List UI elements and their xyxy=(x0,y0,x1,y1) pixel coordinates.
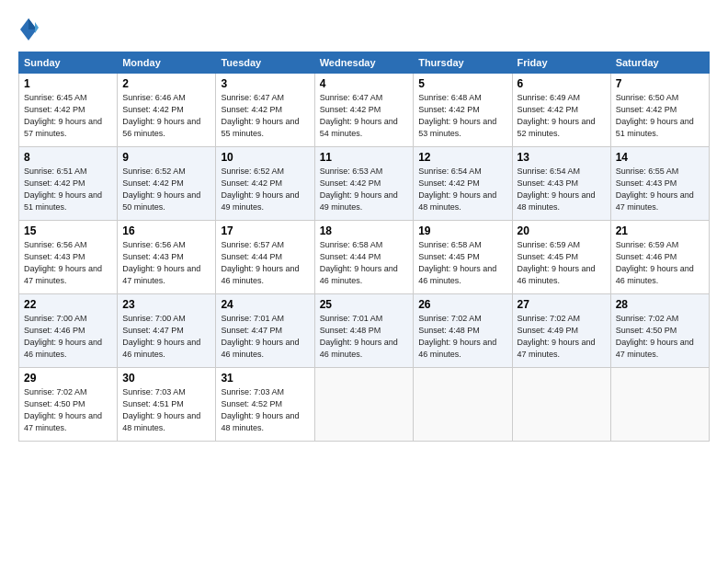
day-number: 2 xyxy=(122,77,210,90)
day-number: 30 xyxy=(122,372,210,385)
calendar-cell: 10 Sunrise: 6:52 AMSunset: 4:42 PMDaylig… xyxy=(216,147,314,221)
day-number: 13 xyxy=(518,151,606,164)
day-info: Sunrise: 6:59 AMSunset: 4:46 PMDaylight:… xyxy=(616,239,704,287)
day-info: Sunrise: 6:58 AMSunset: 4:44 PMDaylight:… xyxy=(320,239,409,287)
calendar-cell xyxy=(314,368,414,442)
day-info: Sunrise: 7:01 AMSunset: 4:47 PMDaylight:… xyxy=(221,313,309,361)
calendar-cell: 14 Sunrise: 6:55 AMSunset: 4:43 PMDaylig… xyxy=(610,147,709,221)
calendar-cell: 2 Sunrise: 6:46 AMSunset: 4:42 PMDayligh… xyxy=(118,74,216,147)
day-info: Sunrise: 6:54 AMSunset: 4:42 PMDaylight:… xyxy=(418,166,506,213)
day-number: 15 xyxy=(24,224,112,237)
day-info: Sunrise: 6:54 AMSunset: 4:43 PMDaylight:… xyxy=(518,166,606,213)
day-number: 29 xyxy=(24,372,112,385)
day-info: Sunrise: 6:59 AMSunset: 4:45 PMDaylight:… xyxy=(518,239,606,287)
day-number: 19 xyxy=(418,224,506,237)
calendar-cell: 21 Sunrise: 6:59 AMSunset: 4:46 PMDaylig… xyxy=(610,221,709,294)
svg-marker-2 xyxy=(35,22,39,33)
calendar-week-row: 15 Sunrise: 6:56 AMSunset: 4:43 PMDaylig… xyxy=(19,221,710,294)
calendar-cell: 31 Sunrise: 7:03 AMSunset: 4:52 PMDaylig… xyxy=(216,368,314,442)
day-info: Sunrise: 6:56 AMSunset: 4:43 PMDaylight:… xyxy=(24,239,112,287)
day-number: 21 xyxy=(616,224,704,237)
calendar-cell: 24 Sunrise: 7:01 AMSunset: 4:47 PMDaylig… xyxy=(216,294,314,368)
day-number: 3 xyxy=(221,77,309,90)
calendar-cell: 23 Sunrise: 7:00 AMSunset: 4:47 PMDaylig… xyxy=(118,294,216,368)
day-number: 17 xyxy=(221,224,309,237)
day-info: Sunrise: 6:45 AMSunset: 4:42 PMDaylight:… xyxy=(24,92,112,140)
day-info: Sunrise: 7:01 AMSunset: 4:48 PMDaylight:… xyxy=(320,313,409,361)
day-info: Sunrise: 7:03 AMSunset: 4:52 PMDaylight:… xyxy=(221,386,309,434)
day-number: 14 xyxy=(616,151,704,164)
logo-icon xyxy=(18,17,39,42)
calendar-cell: 22 Sunrise: 7:00 AMSunset: 4:46 PMDaylig… xyxy=(19,294,118,368)
calendar-cell: 18 Sunrise: 6:58 AMSunset: 4:44 PMDaylig… xyxy=(314,221,414,294)
weekday-header: Saturday xyxy=(610,52,709,74)
day-number: 10 xyxy=(221,151,309,164)
day-info: Sunrise: 6:55 AMSunset: 4:43 PMDaylight:… xyxy=(616,166,704,213)
page-header xyxy=(18,17,710,42)
day-info: Sunrise: 6:48 AMSunset: 4:42 PMDaylight:… xyxy=(418,92,506,140)
day-number: 20 xyxy=(518,224,606,237)
day-info: Sunrise: 6:47 AMSunset: 4:42 PMDaylight:… xyxy=(320,92,409,140)
calendar-cell: 29 Sunrise: 7:02 AMSunset: 4:50 PMDaylig… xyxy=(19,368,118,442)
day-info: Sunrise: 6:52 AMSunset: 4:42 PMDaylight:… xyxy=(122,166,210,213)
weekday-header: Thursday xyxy=(414,52,512,74)
day-info: Sunrise: 6:58 AMSunset: 4:45 PMDaylight:… xyxy=(418,239,506,287)
calendar-cell: 8 Sunrise: 6:51 AMSunset: 4:42 PMDayligh… xyxy=(19,147,118,221)
calendar-cell: 3 Sunrise: 6:47 AMSunset: 4:42 PMDayligh… xyxy=(216,74,314,147)
day-info: Sunrise: 7:02 AMSunset: 4:50 PMDaylight:… xyxy=(24,386,112,434)
weekday-header: Monday xyxy=(118,52,216,74)
day-number: 16 xyxy=(122,224,210,237)
day-number: 4 xyxy=(320,77,409,90)
day-info: Sunrise: 6:53 AMSunset: 4:42 PMDaylight:… xyxy=(320,166,409,213)
weekday-header: Sunday xyxy=(19,52,118,74)
calendar-cell: 16 Sunrise: 6:56 AMSunset: 4:43 PMDaylig… xyxy=(118,221,216,294)
day-info: Sunrise: 6:52 AMSunset: 4:42 PMDaylight:… xyxy=(221,166,309,213)
day-info: Sunrise: 6:57 AMSunset: 4:44 PMDaylight:… xyxy=(221,239,309,287)
day-number: 28 xyxy=(616,298,704,311)
day-info: Sunrise: 6:49 AMSunset: 4:42 PMDaylight:… xyxy=(518,92,606,140)
day-number: 23 xyxy=(122,298,210,311)
calendar-cell: 17 Sunrise: 6:57 AMSunset: 4:44 PMDaylig… xyxy=(216,221,314,294)
day-info: Sunrise: 6:47 AMSunset: 4:42 PMDaylight:… xyxy=(221,92,309,140)
calendar-cell: 27 Sunrise: 7:02 AMSunset: 4:49 PMDaylig… xyxy=(512,294,610,368)
day-number: 8 xyxy=(24,151,112,164)
day-number: 24 xyxy=(221,298,309,311)
day-number: 7 xyxy=(616,77,704,90)
day-number: 22 xyxy=(24,298,112,311)
calendar-cell: 7 Sunrise: 6:50 AMSunset: 4:42 PMDayligh… xyxy=(610,74,709,147)
calendar-cell xyxy=(610,368,709,442)
calendar-week-row: 22 Sunrise: 7:00 AMSunset: 4:46 PMDaylig… xyxy=(19,294,710,368)
day-info: Sunrise: 7:02 AMSunset: 4:50 PMDaylight:… xyxy=(616,313,704,361)
day-number: 9 xyxy=(122,151,210,164)
calendar-cell: 11 Sunrise: 6:53 AMSunset: 4:42 PMDaylig… xyxy=(314,147,414,221)
day-number: 6 xyxy=(518,77,606,90)
day-info: Sunrise: 7:02 AMSunset: 4:49 PMDaylight:… xyxy=(518,313,606,361)
day-info: Sunrise: 6:56 AMSunset: 4:43 PMDaylight:… xyxy=(122,239,210,287)
calendar-week-row: 29 Sunrise: 7:02 AMSunset: 4:50 PMDaylig… xyxy=(19,368,710,442)
day-number: 31 xyxy=(221,372,309,385)
calendar-cell: 6 Sunrise: 6:49 AMSunset: 4:42 PMDayligh… xyxy=(512,74,610,147)
calendar-cell: 15 Sunrise: 6:56 AMSunset: 4:43 PMDaylig… xyxy=(19,221,118,294)
calendar-cell: 5 Sunrise: 6:48 AMSunset: 4:42 PMDayligh… xyxy=(414,74,512,147)
weekday-header: Wednesday xyxy=(314,52,414,74)
calendar-cell xyxy=(414,368,512,442)
calendar-cell: 13 Sunrise: 6:54 AMSunset: 4:43 PMDaylig… xyxy=(512,147,610,221)
calendar-cell xyxy=(512,368,610,442)
calendar-cell: 12 Sunrise: 6:54 AMSunset: 4:42 PMDaylig… xyxy=(414,147,512,221)
day-info: Sunrise: 7:00 AMSunset: 4:47 PMDaylight:… xyxy=(122,313,210,361)
day-number: 1 xyxy=(24,77,112,90)
day-info: Sunrise: 6:51 AMSunset: 4:42 PMDaylight:… xyxy=(24,166,112,213)
day-number: 25 xyxy=(320,298,409,311)
calendar-cell: 25 Sunrise: 7:01 AMSunset: 4:48 PMDaylig… xyxy=(314,294,414,368)
calendar-cell: 4 Sunrise: 6:47 AMSunset: 4:42 PMDayligh… xyxy=(314,74,414,147)
day-info: Sunrise: 7:03 AMSunset: 4:51 PMDaylight:… xyxy=(122,386,210,434)
weekday-header-row: SundayMondayTuesdayWednesdayThursdayFrid… xyxy=(19,52,710,74)
calendar-week-row: 1 Sunrise: 6:45 AMSunset: 4:42 PMDayligh… xyxy=(19,74,710,147)
day-info: Sunrise: 6:50 AMSunset: 4:42 PMDaylight:… xyxy=(616,92,704,140)
day-number: 5 xyxy=(418,77,506,90)
calendar-cell: 20 Sunrise: 6:59 AMSunset: 4:45 PMDaylig… xyxy=(512,221,610,294)
calendar-body: 1 Sunrise: 6:45 AMSunset: 4:42 PMDayligh… xyxy=(19,74,710,442)
calendar-table: SundayMondayTuesdayWednesdayThursdayFrid… xyxy=(18,52,710,442)
day-info: Sunrise: 7:02 AMSunset: 4:48 PMDaylight:… xyxy=(418,313,506,361)
logo xyxy=(18,17,41,42)
